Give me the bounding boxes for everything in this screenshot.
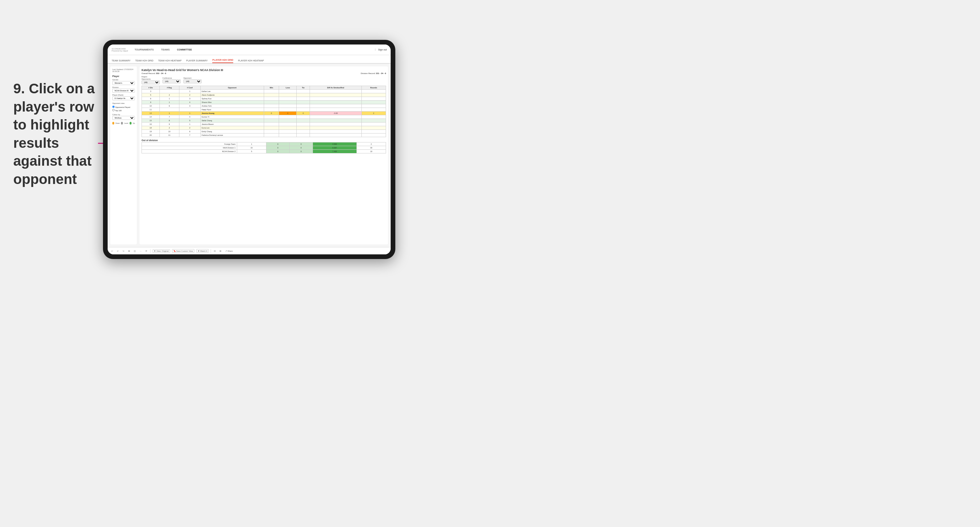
- toolbar-share[interactable]: ↗ Share: [224, 249, 234, 252]
- opponent-filter: Opponent (All): [183, 77, 202, 83]
- ood-row[interactable]: NAIA Division 1 15 0 0 9.267 30: [142, 146, 386, 150]
- tab-player-summary[interactable]: PLAYER SUMMARY: [186, 59, 208, 63]
- highlighted-row[interactable]: 13 1 1 Jessica Huang 0 1 0 -3.00 2: [142, 111, 386, 115]
- tab-team-summary[interactable]: TEAM SUMMARY: [111, 59, 130, 63]
- table-row[interactable]: 11 Haejo Hyun: [142, 108, 386, 111]
- cell-div: 18: [142, 126, 160, 130]
- cell-conf: 4: [179, 115, 200, 119]
- nav-teams[interactable]: TEAMS: [160, 48, 171, 51]
- cell-div: 19: [142, 130, 160, 133]
- gender-select[interactable]: Women's: [112, 81, 135, 85]
- legend-up-dot: [130, 122, 132, 125]
- cell-rounds: [361, 101, 386, 104]
- table-row[interactable]: 6 1 3 Sydney Kuo: [142, 97, 386, 101]
- sign-out-link[interactable]: Sign out: [375, 49, 387, 51]
- table-row[interactable]: 15 8 5 Stella Chang: [142, 119, 386, 122]
- cell-rounds: [361, 119, 386, 122]
- cell-reg: [159, 90, 179, 93]
- table-row[interactable]: 14 7 4 Eunice Yi: [142, 115, 386, 119]
- toolbar-icon1[interactable]: ⊡: [213, 249, 216, 252]
- cell-div: 20: [142, 133, 160, 137]
- cell-tie: [297, 97, 310, 101]
- col-win: Win: [264, 86, 279, 90]
- opponent-select[interactable]: (All): [183, 79, 202, 83]
- col-loss: Loss: [279, 86, 297, 90]
- cell-conf: 3: [179, 97, 200, 101]
- ood-rounds: 10: [357, 150, 386, 153]
- cell-opponent: Alexis Sudjianto: [200, 93, 264, 97]
- division-select[interactable]: NCAA Division III: [112, 89, 135, 93]
- cell-conf: 2: [179, 126, 200, 130]
- cell-win: [264, 122, 279, 126]
- conference-select[interactable]: (All): [162, 79, 181, 83]
- radio-top100-label: Top 100: [115, 110, 122, 111]
- ood-c2: 0: [266, 150, 290, 153]
- toolbar-view-original[interactable]: 👁 View: Original: [153, 249, 170, 253]
- nav-committee[interactable]: COMMITTEE: [176, 48, 193, 51]
- annotation-body: Click on a player's row to highlight res…: [13, 81, 95, 187]
- radio-group: Opponents Played Top 100: [112, 106, 135, 111]
- table-row[interactable]: 10 6 3 Andrea York: [142, 104, 386, 108]
- toolbar-layout[interactable]: ◫: [133, 249, 137, 252]
- cell-conf: 1: [179, 111, 200, 115]
- ood-c2: 0: [266, 146, 290, 150]
- cell-rounds: [361, 97, 386, 101]
- legend-level-label: Level: [124, 122, 128, 124]
- cell-diff: [310, 108, 362, 111]
- toolbar-dots[interactable]: ···: [139, 250, 143, 252]
- nav-tournaments[interactable]: TOURNAMENTS: [133, 48, 155, 51]
- cell-tie: [297, 126, 310, 130]
- nav-bar: SCOREBOARD Powered by clippd TOURNAMENTS…: [108, 44, 391, 55]
- cell-div: 6: [142, 97, 160, 101]
- cell-win: [264, 108, 279, 111]
- radio-opponents-played[interactable]: Opponents Played: [112, 106, 135, 108]
- legend-down-dot: [112, 122, 114, 125]
- toolbar-icon2[interactable]: ⊞: [219, 249, 222, 252]
- region-select[interactable]: (All): [142, 80, 160, 84]
- division-record: Division Record: 331 - 34 - 6: [361, 72, 386, 75]
- cell-div: 5: [142, 93, 160, 97]
- tab-player-h2h-grid[interactable]: PLAYER H2H GRID: [212, 59, 233, 63]
- table-row[interactable]: 3 1 Esther Lee: [142, 90, 386, 93]
- cell-reg: 7: [159, 115, 179, 119]
- main-content: Last Updated: 27/03/2024 16:55:28 Player…: [108, 64, 391, 247]
- cell-loss: [279, 130, 297, 133]
- ood-row[interactable]: Foreign Team 1 0 0 4.500 2: [142, 143, 386, 146]
- table-row[interactable]: 18 2 2 Euna Lee: [142, 126, 386, 130]
- toolbar-save-custom[interactable]: 🔖 Save Custom View: [172, 249, 194, 253]
- cell-win: [264, 90, 279, 93]
- logo: SCOREBOARD Powered by clippd: [111, 48, 128, 52]
- logo-sub: Powered by clippd: [111, 50, 128, 52]
- toolbar-redo[interactable]: ↪: [122, 249, 125, 252]
- toolbar-refresh[interactable]: ⟳: [145, 249, 148, 252]
- toolbar-watch[interactable]: 👁 Watch ▾: [196, 249, 208, 253]
- table-row[interactable]: 19 10 6 Emily Chang: [142, 130, 386, 133]
- tab-team-h2h-grid[interactable]: TEAM H2H GRID: [135, 59, 153, 63]
- ood-section-header: Out of division: [142, 139, 386, 141]
- cell-tie: [297, 93, 310, 97]
- cell-diff: [310, 130, 362, 133]
- ood-row[interactable]: NCAA Division 2 5 0 0 7.400 10: [142, 150, 386, 153]
- toolbar-grid[interactable]: ⊞: [127, 249, 131, 252]
- table-row[interactable]: 20 11 7 Federica Domecq Lacroze: [142, 133, 386, 137]
- radio-top100[interactable]: Top 100: [112, 109, 135, 111]
- conference-label: Conference: [162, 77, 181, 79]
- cell-win: [264, 97, 279, 101]
- cell-div: 13: [142, 111, 160, 115]
- table-row[interactable]: 5 2 2 Alexis Sudjianto: [142, 93, 386, 97]
- col-reg: # Reg: [159, 86, 179, 90]
- toolbar-undo[interactable]: ↩: [110, 249, 114, 252]
- cell-opponent: Haejo Hyun: [200, 108, 264, 111]
- tab-team-h2h-heatmap[interactable]: TEAM H2H HEATMAP: [158, 59, 182, 63]
- ood-table: Foreign Team 1 0 0 4.500 2 NAIA Division…: [142, 142, 386, 153]
- colour-by-select[interactable]: Win/loss: [112, 116, 135, 120]
- table-row[interactable]: 16 9 1 Jessica Mason: [142, 122, 386, 126]
- toolbar-undo2[interactable]: ↩: [116, 249, 119, 252]
- conference-filter: Conference (All): [162, 77, 181, 83]
- cell-opponent: Eunice Yi: [200, 115, 264, 119]
- cell-div: 14: [142, 115, 160, 119]
- table-row[interactable]: 9 1 4 Sharon Mun: [142, 101, 386, 104]
- tab-player-h2h-heatmap[interactable]: PLAYER H2H HEATMAP: [238, 59, 264, 63]
- cell-win: [264, 126, 279, 130]
- player-select[interactable]: 8. Katelyn Vo: [112, 96, 135, 100]
